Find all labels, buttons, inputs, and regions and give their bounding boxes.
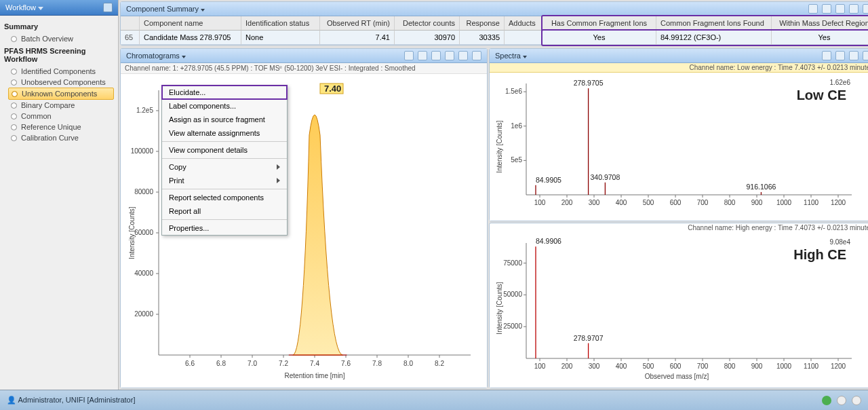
- chromatograms-header[interactable]: Chromatograms: [121, 49, 487, 63]
- sidebar-item-calibration[interactable]: Calibration Curve: [4, 132, 114, 143]
- sidebar-header[interactable]: Workflow: [0, 0, 118, 16]
- menu-properties[interactable]: Properties...: [162, 221, 287, 235]
- spectrum-low-svg: 1002003004005006007008009001000110012005…: [494, 75, 860, 218]
- col-adducts[interactable]: Adducts: [505, 16, 542, 31]
- cell-counts: 30970: [395, 31, 460, 45]
- sidebar-heading: Summary: [4, 22, 114, 31]
- chromatogram-chart[interactable]: Elucidate... Label components... Assign …: [121, 74, 487, 388]
- toolbar-icon[interactable]: [418, 51, 427, 60]
- svg-text:278.9705: 278.9705: [574, 79, 604, 87]
- context-menu: Elucidate... Label components... Assign …: [161, 85, 288, 236]
- svg-text:600: 600: [670, 199, 682, 206]
- spectra-pane-low: Spectra Channel name: Low energy : Time …: [489, 48, 868, 221]
- svg-text:High CE: High CE: [793, 247, 846, 262]
- status-user: Administrator, UNIFI [Administrator]: [18, 396, 135, 404]
- toolbar-icon[interactable]: [431, 51, 441, 60]
- svg-text:Low CE: Low CE: [797, 88, 846, 102]
- menu-elucidate[interactable]: Elucidate...: [162, 86, 287, 99]
- sidebar-item-identified[interactable]: Identified Components: [4, 66, 114, 77]
- svg-text:60000: 60000: [134, 229, 153, 236]
- sidebar-item-common[interactable]: Common: [4, 111, 114, 122]
- col-commonfound[interactable]: Common Fragment Ions Found: [656, 16, 772, 31]
- svg-text:7.4: 7.4: [310, 360, 319, 367]
- toolbar-icon[interactable]: [472, 51, 481, 60]
- menu-view-alternate[interactable]: View alternate assignments: [162, 126, 287, 140]
- menu-view-details[interactable]: View component details: [162, 143, 287, 157]
- col-component-name[interactable]: Component name: [140, 16, 241, 31]
- menu-label-components[interactable]: Label components...: [162, 99, 287, 113]
- svg-text:600: 600: [670, 362, 682, 370]
- svg-text:800: 800: [724, 199, 736, 206]
- toolbar-icon[interactable]: [849, 51, 859, 60]
- radio-icon: [11, 102, 17, 109]
- svg-text:Intensity [Counts]: Intensity [Counts]: [496, 120, 503, 172]
- sidebar-item-unknown[interactable]: Unknown Components: [8, 88, 114, 100]
- status-ok-icon: [822, 396, 831, 405]
- toolbar-icon[interactable]: [822, 51, 831, 60]
- toolbar-icon[interactable]: [863, 4, 868, 14]
- col-hascommon[interactable]: Has Common Fragment Ions: [542, 16, 656, 31]
- svg-text:40000: 40000: [134, 269, 153, 277]
- spectra-header[interactable]: Spectra: [490, 49, 868, 63]
- radio-icon: [11, 79, 17, 86]
- component-summary-header[interactable]: Component Summary: [121, 2, 868, 16]
- svg-text:9.08e4: 9.08e4: [829, 238, 850, 246]
- svg-text:400: 400: [616, 199, 627, 206]
- sidebar-item-unobserved[interactable]: Unobserved Components: [4, 77, 114, 88]
- toolbar-icon[interactable]: [458, 51, 468, 60]
- svg-text:75000: 75000: [503, 259, 522, 267]
- toolbar-icon[interactable]: [822, 4, 831, 14]
- component-table: Component name Identification status Obs…: [121, 16, 868, 45]
- spectrum-high-svg: 1002003004005006007008009001000110012002…: [494, 235, 860, 381]
- toolbar-icon[interactable]: [849, 4, 859, 14]
- menu-assign-source[interactable]: Assign as in source fragment: [162, 113, 287, 126]
- chevron-down-icon: [523, 56, 527, 58]
- spectrum-low-chart[interactable]: 1002003004005006007008009001000110012005…: [490, 73, 868, 221]
- menu-separator: [162, 158, 287, 159]
- svg-text:1100: 1100: [804, 199, 819, 206]
- col-rt[interactable]: Observed RT (min): [320, 16, 395, 31]
- svg-text:916.1066: 916.1066: [747, 183, 776, 191]
- table-row[interactable]: 65 Candidate Mass 278.9705 None 7.41 309…: [121, 31, 868, 45]
- user-icon: 👤: [7, 396, 16, 404]
- svg-text:400: 400: [616, 362, 627, 370]
- svg-text:7.0: 7.0: [248, 360, 257, 367]
- svg-text:84.9905: 84.9905: [536, 176, 561, 184]
- spectrum-high-chart[interactable]: 1002003004005006007008009001000110012002…: [490, 232, 868, 388]
- svg-text:1.2e5: 1.2e5: [136, 107, 153, 114]
- sidebar-item-binary[interactable]: Binary Compare: [4, 100, 114, 111]
- svg-text:7.2: 7.2: [279, 360, 288, 367]
- col-id-status[interactable]: Identification status: [241, 16, 320, 31]
- toolbar-icon[interactable]: [404, 51, 414, 60]
- menu-separator: [162, 219, 287, 220]
- svg-text:Intensity [Counts]: Intensity [Counts]: [128, 206, 136, 259]
- svg-text:Retention time [min]: Retention time [min]: [285, 372, 345, 379]
- toolbar-icon[interactable]: [835, 4, 845, 14]
- svg-text:84.9906: 84.9906: [536, 237, 561, 245]
- toolbar-icon[interactable]: [863, 51, 868, 60]
- radio-icon: [11, 69, 17, 75]
- sidebar-item-refunique[interactable]: Reference Unique: [4, 122, 114, 132]
- sidebar-item-batch-overview[interactable]: Batch Overview: [4, 33, 114, 44]
- toolbar-icon[interactable]: [835, 51, 845, 60]
- toolbar-icon[interactable]: [808, 4, 818, 14]
- svg-text:800: 800: [724, 362, 736, 370]
- table-header-row: Component name Identification status Obs…: [121, 16, 868, 31]
- menu-print[interactable]: Print: [162, 174, 287, 187]
- channel-name-low: Channel name: Low energy : Time 7.4073 +…: [490, 63, 868, 73]
- col-counts[interactable]: Detector counts: [395, 16, 460, 31]
- svg-text:700: 700: [697, 362, 709, 370]
- menu-report-all[interactable]: Report all: [162, 204, 287, 218]
- pin-icon[interactable]: [103, 3, 113, 12]
- sidebar-body: Summary Batch Overview PFAS HRMS Screeni…: [0, 16, 118, 147]
- toolbar-icon[interactable]: [445, 51, 454, 60]
- svg-text:Observed mass [m/z]: Observed mass [m/z]: [645, 373, 709, 380]
- svg-text:340.9708: 340.9708: [590, 173, 620, 181]
- svg-text:1000: 1000: [776, 362, 792, 370]
- menu-copy[interactable]: Copy: [162, 160, 287, 174]
- menu-report-selected[interactable]: Report selected components: [162, 191, 287, 204]
- col-response[interactable]: Response: [460, 16, 505, 31]
- col-massdefect[interactable]: Within Mass Defect Region: [772, 16, 868, 31]
- radio-icon: [11, 113, 17, 119]
- svg-text:100: 100: [534, 199, 546, 206]
